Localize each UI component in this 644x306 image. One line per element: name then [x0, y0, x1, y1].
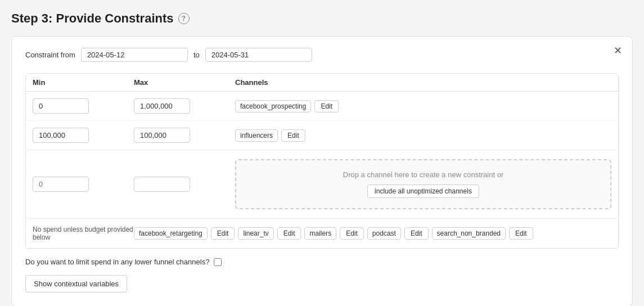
- no-spend-edit-4[interactable]: Edit: [404, 227, 429, 240]
- new-min-cell: [33, 177, 134, 192]
- channel-tag-facebook-prospecting: facebook_prospecting: [235, 100, 311, 112]
- row2-min-cell: [33, 128, 134, 143]
- table-header: Min Max Channels: [26, 74, 618, 92]
- drop-zone-cell: Drop a channel here to create a new cons…: [235, 157, 611, 212]
- drop-zone-text: Drop a channel here to create a new cons…: [343, 170, 503, 179]
- row1-max-cell: [134, 98, 235, 114]
- row1-channels-cell: facebook_prospecting Edit: [235, 100, 611, 112]
- new-max-input[interactable]: [134, 177, 190, 192]
- no-spend-channels: facebook_retargeting Edit linear_tv Edit…: [134, 227, 611, 240]
- no-spend-row: No spend unless budget provided below fa…: [26, 218, 618, 248]
- row1-min-cell: [33, 98, 134, 114]
- card-header: Constraint from to: [25, 48, 619, 62]
- date-from-input[interactable]: [81, 48, 188, 62]
- channel-drop-zone[interactable]: Drop a channel here to create a new cons…: [235, 159, 611, 209]
- show-contextual-variables-button[interactable]: Show contextual variables: [25, 275, 127, 292]
- new-max-cell: [134, 177, 235, 192]
- channel-tag-podcast: podcast: [367, 227, 401, 240]
- row2-max-input[interactable]: [134, 128, 190, 143]
- row1-max-input[interactable]: [134, 98, 190, 114]
- col-min: Min: [33, 78, 134, 87]
- to-label: to: [193, 51, 200, 59]
- no-spend-edit-1[interactable]: Edit: [211, 227, 235, 240]
- row2-max-cell: [134, 128, 235, 143]
- date-to-input[interactable]: [205, 48, 312, 62]
- lower-funnel-checkbox[interactable]: [214, 258, 222, 266]
- no-spend-edit-3[interactable]: Edit: [340, 227, 364, 240]
- col-max: Max: [134, 78, 235, 87]
- row2-channels-cell: influencers Edit: [235, 129, 611, 142]
- no-spend-edit-2[interactable]: Edit: [277, 227, 301, 240]
- new-min-input[interactable]: [33, 177, 89, 192]
- no-spend-edit-5[interactable]: Edit: [509, 227, 533, 240]
- channel-tag-facebook-retargeting: facebook_retargeting: [134, 227, 208, 240]
- constraint-from-label: Constraint from: [25, 51, 75, 59]
- channel-tag-search-non-branded: search_non_branded: [432, 227, 506, 240]
- no-spend-label: No spend unless budget provided below: [33, 226, 134, 241]
- channel-tag-influencers: influencers: [235, 129, 278, 142]
- lower-funnel-row: Do you want to limit spend in any lower …: [25, 258, 619, 266]
- include-all-button[interactable]: include all unoptimized channels: [367, 184, 479, 198]
- table-row: facebook_prospecting Edit: [26, 92, 618, 121]
- constraints-table: Min Max Channels facebook_prospecting Ed…: [25, 73, 619, 249]
- help-icon[interactable]: ?: [178, 13, 190, 24]
- constraints-card: Constraint from to ✕ Min Max Channels fa…: [11, 36, 633, 306]
- page-title: Step 3: Provide Constraints ?: [11, 11, 633, 26]
- row1-min-input[interactable]: [33, 98, 89, 114]
- table-row: influencers Edit: [26, 121, 618, 150]
- title-text: Step 3: Provide Constraints: [11, 11, 174, 26]
- channel-tag-linear-tv: linear_tv: [238, 227, 273, 240]
- close-button[interactable]: ✕: [614, 46, 622, 56]
- row1-edit-button[interactable]: Edit: [314, 100, 339, 112]
- new-constraint-row: Drop a channel here to create a new cons…: [26, 150, 618, 218]
- lower-funnel-label: Do you want to limit spend in any lower …: [25, 258, 209, 266]
- col-channels: Channels: [235, 78, 611, 87]
- channel-tag-mailers: mailers: [304, 227, 336, 240]
- row2-min-input[interactable]: [33, 128, 89, 143]
- row2-edit-button[interactable]: Edit: [281, 129, 305, 142]
